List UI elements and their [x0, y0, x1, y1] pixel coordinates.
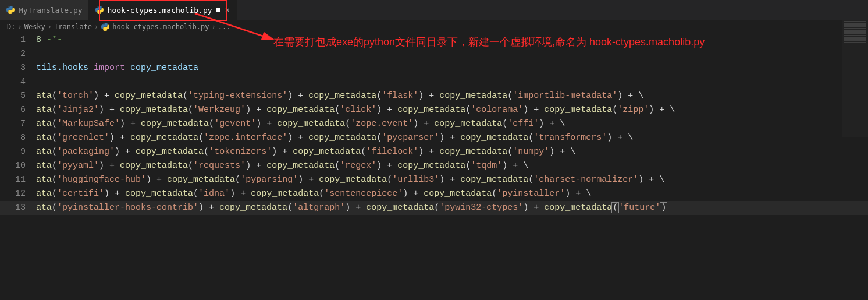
- tab-label: hook-ctypes.macholib.py: [108, 6, 212, 15]
- code-line[interactable]: 9ata('packaging') + copy_metadata('token…: [0, 145, 868, 159]
- code-content[interactable]: ata('Jinja2') + copy_metadata('Werkzeug'…: [36, 103, 675, 117]
- chevron-right-icon: ›: [17, 23, 22, 31]
- code-content[interactable]: ata('huggingface-hub') + copy_metadata('…: [36, 173, 664, 187]
- breadcrumb-part[interactable]: Translate: [54, 23, 92, 31]
- tab-label: MyTranslate.py: [19, 6, 83, 15]
- code-line[interactable]: 13ata('pyinstaller-hooks-contrib') + cop…: [0, 201, 868, 215]
- close-icon[interactable]: ×: [224, 5, 231, 15]
- code-content[interactable]: ata('torch') + copy_metadata('typing-ext…: [36, 89, 643, 103]
- line-number: 6: [0, 103, 36, 117]
- line-number: 10: [0, 159, 36, 173]
- breadcrumb-part[interactable]: Wesky: [24, 23, 45, 31]
- line-number: 5: [0, 89, 36, 103]
- line-number: 2: [0, 47, 36, 61]
- chevron-right-icon: ›: [94, 23, 98, 31]
- editor-tab-bar: MyTranslate.py hook-ctypes.macholib.py ×: [0, 0, 868, 20]
- code-line[interactable]: 6ata('Jinja2') + copy_metadata('Werkzeug…: [0, 103, 868, 117]
- code-editor[interactable]: 18 -*-23tils.hooks import copy_metadata4…: [0, 33, 868, 215]
- python-file-icon: [6, 5, 15, 15]
- breadcrumb-more[interactable]: ...: [218, 23, 231, 31]
- line-number: 8: [0, 131, 36, 145]
- line-number: 4: [0, 75, 36, 89]
- code-content[interactable]: ata('pyyaml') + copy_metadata('requests'…: [36, 159, 528, 173]
- modified-indicator-icon: [216, 8, 220, 12]
- python-file-icon: [101, 22, 110, 31]
- line-number: 13: [0, 201, 36, 215]
- code-line[interactable]: 8ata('greenlet') + copy_metadata('zope.i…: [0, 131, 868, 145]
- line-number: 9: [0, 145, 36, 159]
- line-number: 7: [0, 117, 36, 131]
- code-content[interactable]: ata('packaging') + copy_metadata('tokeni…: [36, 145, 575, 159]
- python-file-icon: [95, 5, 104, 15]
- code-line[interactable]: 4: [0, 75, 868, 89]
- breadcrumb[interactable]: D: › Wesky › Translate › hook-ctypes.mac…: [0, 20, 868, 33]
- breadcrumb-file[interactable]: hook-ctypes.macholib.py: [112, 23, 209, 31]
- breadcrumb-root[interactable]: D:: [7, 23, 15, 31]
- code-line[interactable]: 18 -*-: [0, 33, 868, 47]
- code-content[interactable]: tils.hooks import copy_metadata: [36, 61, 198, 75]
- chevron-right-icon: ›: [48, 23, 52, 31]
- tab-hook-ctypes[interactable]: hook-ctypes.macholib.py ×: [89, 0, 237, 20]
- code-line[interactable]: 12ata('certifi') + copy_metadata('idna')…: [0, 187, 868, 201]
- code-content[interactable]: 8 -*-: [36, 33, 62, 47]
- line-number: 12: [0, 187, 36, 201]
- line-number: 11: [0, 173, 36, 187]
- line-number: 1: [0, 33, 36, 47]
- code-line[interactable]: 10ata('pyyaml') + copy_metadata('request…: [0, 159, 868, 173]
- code-content[interactable]: ata('greenlet') + copy_metadata('zope.in…: [36, 131, 633, 145]
- code-line[interactable]: 5ata('torch') + copy_metadata('typing-ex…: [0, 89, 868, 103]
- code-content[interactable]: ata('certifi') + copy_metadata('idna') +…: [36, 187, 591, 201]
- tab-mytranslate[interactable]: MyTranslate.py: [0, 0, 89, 20]
- code-line[interactable]: 3tils.hooks import copy_metadata: [0, 61, 868, 75]
- code-line[interactable]: 7ata('MarkupSafe') + copy_metadata('geve…: [0, 117, 868, 131]
- line-number: 3: [0, 61, 36, 75]
- code-content[interactable]: ata('pyinstaller-hooks-contrib') + copy_…: [36, 201, 667, 215]
- code-line[interactable]: 2: [0, 47, 868, 61]
- code-line[interactable]: 11ata('huggingface-hub') + copy_metadata…: [0, 173, 868, 187]
- minimap[interactable]: [842, 20, 868, 137]
- chevron-right-icon: ›: [211, 23, 215, 31]
- code-content[interactable]: ata('MarkupSafe') + copy_metadata('geven…: [36, 117, 565, 131]
